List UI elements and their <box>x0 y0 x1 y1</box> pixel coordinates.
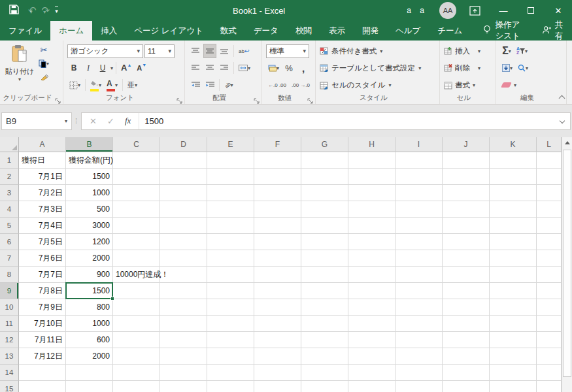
cell-J4[interactable] <box>443 201 490 218</box>
cell-K2[interactable] <box>490 169 537 185</box>
cell-A4[interactable]: 7月3日 <box>19 201 66 218</box>
cell-L6[interactable] <box>537 234 562 250</box>
cell-D10[interactable] <box>160 299 207 316</box>
font-name-combo[interactable]: 游ゴシック▾ <box>67 44 143 58</box>
maximize-button[interactable] <box>517 0 545 21</box>
cell-K11[interactable] <box>490 316 537 332</box>
row-header-5[interactable]: 5 <box>0 218 19 234</box>
cell-H10[interactable] <box>348 299 395 316</box>
cell-L7[interactable] <box>537 250 562 267</box>
cell-F12[interactable] <box>254 332 301 348</box>
cell-A5[interactable]: 7月4日 <box>19 218 66 234</box>
cell-J14[interactable] <box>443 365 490 381</box>
cell-C8[interactable]: 10000円達成！ <box>113 267 160 283</box>
formula-bar-resize-handle[interactable]: ⁞ <box>75 117 78 125</box>
format-cells-button[interactable]: 書式▾ <box>444 78 480 93</box>
cell-I9[interactable] <box>395 283 443 299</box>
cell-G2[interactable] <box>301 169 348 185</box>
accounting-format-button[interactable]: ▾ <box>266 61 281 75</box>
cell-F10[interactable] <box>254 299 301 316</box>
cell-B15[interactable] <box>66 381 113 392</box>
cell-L15[interactable] <box>537 381 562 392</box>
select-all-button[interactable] <box>0 137 19 152</box>
underline-button[interactable]: U <box>96 61 109 75</box>
cell-K4[interactable] <box>490 201 537 218</box>
fill-color-button[interactable]: ▾ <box>88 78 103 92</box>
cell-C6[interactable] <box>113 234 160 250</box>
column-header-I[interactable]: I <box>395 137 443 152</box>
cell-E3[interactable] <box>207 185 254 201</box>
delete-cells-button[interactable]: 削除▾ <box>444 60 480 76</box>
decrease-font-button[interactable]: A▼ <box>135 61 148 75</box>
cell-C13[interactable] <box>113 348 160 365</box>
increase-decimal-button[interactable]: ←.0 .00 <box>266 78 288 92</box>
comma-style-button[interactable]: , <box>297 61 310 75</box>
cell-L9[interactable] <box>537 283 562 299</box>
cell-J11[interactable] <box>443 316 490 332</box>
cell-C4[interactable] <box>113 201 160 218</box>
font-size-combo[interactable]: 11▾ <box>144 44 175 58</box>
cell-C14[interactable] <box>113 365 160 381</box>
cell-H14[interactable] <box>348 365 395 381</box>
cell-C10[interactable] <box>113 299 160 316</box>
align-right-button[interactable] <box>218 61 231 75</box>
cell-H1[interactable] <box>348 152 395 169</box>
cell-K1[interactable] <box>490 152 537 169</box>
cell-B10[interactable]: 800 <box>66 299 113 316</box>
align-left-button[interactable] <box>189 61 202 75</box>
dialog-launcher-alignment[interactable] <box>254 95 260 102</box>
cell-B12[interactable]: 600 <box>66 332 113 348</box>
cell-G11[interactable] <box>301 316 348 332</box>
orientation-button[interactable]: ab▾ <box>222 78 235 92</box>
align-center-button[interactable] <box>203 61 216 75</box>
cell-styles-button[interactable]: セルのスタイル▾ <box>320 78 421 93</box>
row-header-11[interactable]: 11 <box>0 316 19 332</box>
cell-G14[interactable] <box>301 365 348 381</box>
phonetic-guide-button[interactable]: 亜▾ <box>126 78 139 92</box>
cell-E4[interactable] <box>207 201 254 218</box>
insert-function-icon[interactable]: fx <box>125 116 131 126</box>
format-painter-button[interactable] <box>37 71 51 84</box>
cell-D7[interactable] <box>160 250 207 267</box>
cell-J7[interactable] <box>443 250 490 267</box>
cell-G10[interactable] <box>301 299 348 316</box>
cancel-entry-icon[interactable]: ✕ <box>90 116 97 126</box>
percent-style-button[interactable]: % <box>282 61 295 75</box>
number-format-combo[interactable]: 標準▾ <box>266 44 309 58</box>
cell-D5[interactable] <box>160 218 207 234</box>
cell-I8[interactable] <box>395 267 443 283</box>
cell-F14[interactable] <box>254 365 301 381</box>
dialog-launcher-number[interactable] <box>307 95 314 102</box>
row-header-14[interactable]: 14 <box>0 365 19 381</box>
decrease-decimal-button[interactable]: .00 →.0 <box>290 78 312 92</box>
cell-J10[interactable] <box>443 299 490 316</box>
minimize-button[interactable]: — <box>490 0 517 21</box>
cell-K7[interactable] <box>490 250 537 267</box>
cell-G7[interactable] <box>301 250 348 267</box>
cell-K10[interactable] <box>490 299 537 316</box>
cell-J9[interactable] <box>443 283 490 299</box>
dialog-launcher-clipboard[interactable] <box>55 95 61 102</box>
cell-H9[interactable] <box>348 283 395 299</box>
cell-H4[interactable] <box>348 201 395 218</box>
cell-G13[interactable] <box>301 348 348 365</box>
cell-K5[interactable] <box>490 218 537 234</box>
align-middle-button[interactable] <box>203 44 216 58</box>
cell-L10[interactable] <box>537 299 562 316</box>
cell-J6[interactable] <box>443 234 490 250</box>
column-header-K[interactable]: K <box>490 137 537 152</box>
increase-indent-button[interactable] <box>203 78 216 92</box>
cell-K15[interactable] <box>490 381 537 392</box>
cell-A3[interactable]: 7月2日 <box>19 185 66 201</box>
increase-font-button[interactable]: A▲ <box>119 61 133 75</box>
tell-me-tab[interactable]: 操作アシスト <box>475 21 532 41</box>
cell-L11[interactable] <box>537 316 562 332</box>
column-header-B[interactable]: B <box>66 137 113 152</box>
bold-button[interactable]: B <box>67 61 80 75</box>
cell-G6[interactable] <box>301 234 348 250</box>
cell-K12[interactable] <box>490 332 537 348</box>
customize-qat-icon[interactable]: ▾ <box>55 7 58 14</box>
cell-A6[interactable]: 7月5日 <box>19 234 66 250</box>
cell-L3[interactable] <box>537 185 562 201</box>
cell-C1[interactable] <box>113 152 160 169</box>
